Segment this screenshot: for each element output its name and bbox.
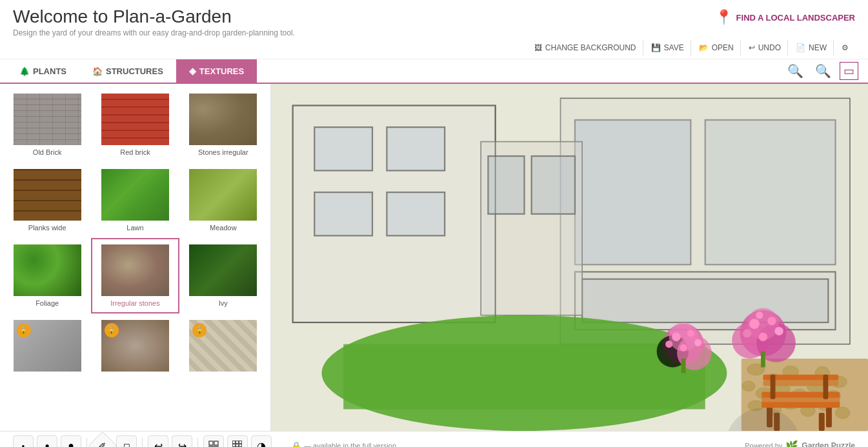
- dot-large-button[interactable]: ●: [61, 435, 81, 447]
- garden-scene: [271, 84, 868, 431]
- svg-point-58: [774, 327, 783, 335]
- grid-small-button[interactable]: [203, 435, 224, 447]
- tab-bar: 🌲 PLANTS 🏠 STRUCTURES ◈ TEXTURES 🔍 🔍 ▭: [0, 59, 868, 84]
- svg-rect-84: [236, 441, 239, 444]
- zoom-in-button[interactable]: 🔍: [784, 62, 807, 80]
- save-icon: 💾: [651, 43, 661, 52]
- texture-item-locked2[interactable]: 🔒: [91, 313, 179, 378]
- texture-sidebar: Old BrickRed brickStones irregularPlanks…: [0, 84, 271, 431]
- svg-rect-50: [681, 359, 686, 373]
- powered-by: Powered by 🌿 Garden Puzzle: [745, 440, 855, 448]
- texture-label-ivy: Ivy: [219, 299, 228, 307]
- undo-button[interactable]: ↩ UNDO: [742, 40, 788, 55]
- find-landscaper-btn[interactable]: 📍 FIND A LOCAL LANDSCAPER: [715, 9, 855, 26]
- open-label: OPEN: [712, 43, 734, 52]
- svg-rect-6: [387, 192, 445, 235]
- svg-point-59: [759, 333, 767, 341]
- svg-point-29: [742, 381, 755, 392]
- svg-rect-72: [823, 375, 828, 399]
- texture-thumb-planks-wide: [14, 169, 81, 221]
- svg-point-45: [672, 333, 680, 341]
- dot-medium-button[interactable]: ●: [37, 435, 57, 447]
- save-label: SAVE: [664, 43, 684, 52]
- image-icon: 🖼: [534, 43, 542, 52]
- svg-rect-85: [239, 441, 242, 444]
- change-background-button[interactable]: 🖼 CHANGE BACKGROUND: [528, 40, 643, 55]
- svg-rect-4: [387, 127, 445, 170]
- texture-item-ivy[interactable]: Ivy: [179, 238, 267, 313]
- texture-item-red-brick[interactable]: Red brick: [91, 87, 179, 163]
- brush-tool-button[interactable]: ✏: [88, 431, 117, 447]
- garden-canvas[interactable]: [271, 84, 868, 431]
- texture-item-locked1[interactable]: 🔒: [3, 313, 91, 378]
- new-label: NEW: [809, 43, 827, 52]
- tab-plants[interactable]: 🌲 PLANTS: [6, 59, 79, 83]
- svg-rect-83: [233, 441, 236, 444]
- texture-label-foliage: Foliage: [35, 299, 59, 307]
- texture-icon: ◈: [189, 66, 196, 76]
- grid-large-button[interactable]: [227, 435, 248, 447]
- texture-label-stones-irregular: Stones irregular: [198, 148, 248, 156]
- tab-structures[interactable]: 🏠 STRUCTURES: [79, 59, 176, 83]
- brand-icon: 🌿: [785, 440, 798, 448]
- dot-small-button[interactable]: ●: [13, 435, 34, 447]
- eraser-tool-button[interactable]: ◻: [116, 435, 137, 447]
- pin-icon: 📍: [715, 9, 732, 26]
- separator-2: [142, 438, 143, 447]
- svg-rect-5: [314, 192, 372, 235]
- texture-item-irregular-stones[interactable]: Irregular stones: [91, 238, 179, 313]
- rectangle-tool-button[interactable]: ▭: [840, 62, 858, 80]
- tab-list: 🌲 PLANTS 🏠 STRUCTURES ◈ TEXTURES: [6, 59, 257, 83]
- tab-textures[interactable]: ◈ TEXTURES: [176, 59, 257, 83]
- settings-button[interactable]: ⚙: [835, 40, 855, 55]
- texture-label-meadow: Meadow: [210, 224, 237, 232]
- separator-3: [197, 438, 198, 447]
- svg-rect-11: [582, 279, 828, 323]
- texture-item-foliage[interactable]: Foliage: [3, 238, 91, 313]
- texture-item-planks-wide[interactable]: Planks wide: [3, 163, 91, 238]
- svg-rect-71: [771, 375, 776, 399]
- undo-tool-button[interactable]: ↩: [148, 435, 168, 447]
- texture-label-irregular-stones: Irregular stones: [110, 299, 159, 307]
- texture-thumb-stones-irregular: [189, 94, 257, 145]
- texture-item-stones-irregular[interactable]: Stones irregular: [179, 87, 267, 163]
- texture-label-old-brick: Old Brick: [33, 148, 62, 156]
- texture-thumb-red-brick: [101, 94, 169, 145]
- brand-name: Garden Puzzle: [802, 441, 855, 447]
- new-icon: 📄: [796, 43, 805, 52]
- house-icon: 🏠: [92, 66, 103, 76]
- main-content: Old BrickRed brickStones irregularPlanks…: [0, 84, 868, 431]
- folder-icon: 📂: [699, 43, 709, 52]
- svg-point-40: [836, 407, 850, 419]
- texture-item-locked3[interactable]: 🔒: [179, 313, 267, 378]
- new-button[interactable]: 📄 NEW: [789, 40, 834, 55]
- redo-tool-button[interactable]: ↪: [172, 435, 192, 447]
- texture-item-meadow[interactable]: Meadow: [179, 163, 267, 238]
- find-landscaper-label: FIND A LOCAL LANDSCAPER: [736, 13, 855, 23]
- save-button[interactable]: 💾 SAVE: [645, 40, 691, 55]
- open-button[interactable]: 📂 OPEN: [692, 40, 741, 55]
- svg-rect-8: [575, 120, 691, 264]
- lock-badge-locked1: 🔒: [17, 323, 31, 337]
- texture-item-old-brick[interactable]: Old Brick: [3, 87, 91, 163]
- texture-item-lawn[interactable]: Lawn: [91, 163, 179, 238]
- texture-label-lawn: Lawn: [126, 224, 143, 232]
- svg-point-47: [665, 341, 672, 348]
- main-toolbar: 🖼 CHANGE BACKGROUND 💾 SAVE 📂 OPEN ↩ UNDO…: [13, 40, 855, 55]
- svg-point-49: [680, 344, 687, 352]
- undo-icon: ↩: [749, 43, 755, 52]
- zoom-controls: 🔍 🔍 ▭: [784, 62, 862, 80]
- tab-textures-label: TEXTURES: [199, 66, 244, 76]
- app-subtitle: Design the yard of your dreams with our …: [13, 28, 295, 37]
- contrast-button[interactable]: ◑: [251, 435, 272, 447]
- texture-thumb-meadow: [189, 169, 257, 221]
- svg-point-57: [743, 329, 751, 337]
- texture-label-planks-wide: Planks wide: [28, 224, 66, 232]
- svg-rect-80: [214, 441, 218, 445]
- svg-rect-3: [314, 127, 372, 170]
- lock-badge-locked2: 🔒: [105, 323, 119, 337]
- svg-rect-21: [343, 344, 705, 410]
- tab-structures-label: STRUCTURES: [106, 66, 163, 76]
- zoom-out-button[interactable]: 🔍: [812, 62, 834, 80]
- bottom-toolbar: ● ● ● ✏ ◻ ↩ ↪ ◑ 🔒 — available in the ful…: [0, 431, 868, 447]
